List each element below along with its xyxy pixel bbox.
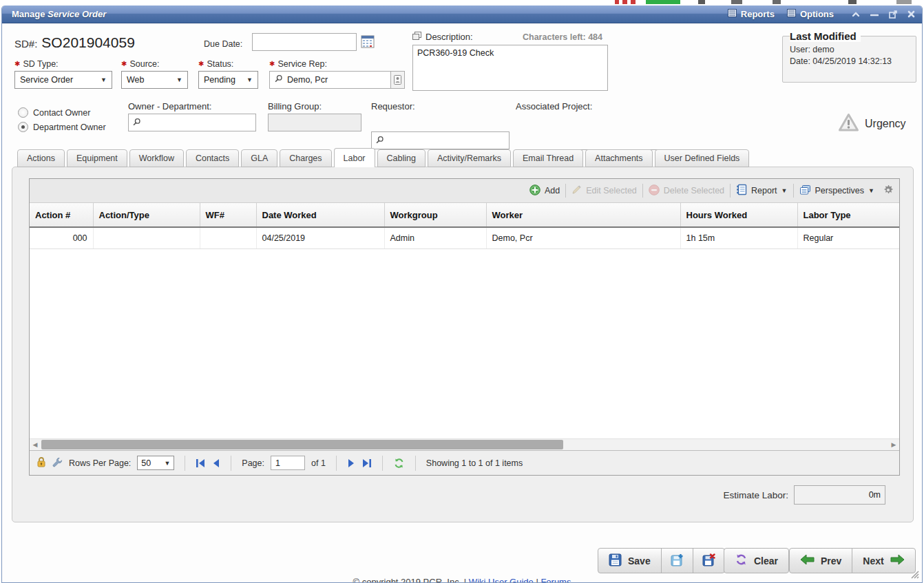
status-select[interactable]: Pending ▼ bbox=[198, 71, 258, 89]
add-button[interactable]: Add bbox=[529, 184, 560, 198]
pager-separator bbox=[231, 456, 231, 471]
contact-owner-label: Contact Owner bbox=[33, 108, 90, 118]
pager-separator bbox=[415, 456, 416, 471]
prev-page-button[interactable] bbox=[212, 458, 220, 468]
column-header-worker[interactable]: Worker bbox=[486, 203, 680, 227]
service-rep-field[interactable]: Demo, Pcr bbox=[269, 71, 405, 89]
department-owner-radio[interactable]: Department Owner bbox=[18, 122, 106, 132]
wiki-user-guide-link[interactable]: Wiki User Guide bbox=[469, 577, 534, 583]
horizontal-scrollbar[interactable]: ◀ ▶ bbox=[30, 438, 899, 450]
table-row[interactable]: 000 04/25/2019 Admin Demo, Pcr 1h 15m Re… bbox=[30, 227, 899, 249]
toolbar-separator bbox=[730, 184, 731, 198]
sd-type-label: SD Type: bbox=[23, 59, 58, 69]
collapse-icon[interactable] bbox=[852, 12, 860, 17]
save-and-new-button[interactable] bbox=[661, 548, 693, 573]
tab-actions[interactable]: Actions bbox=[17, 149, 65, 167]
due-date-input[interactable] bbox=[252, 33, 357, 51]
column-header-workgroup[interactable]: Workgroup bbox=[384, 203, 486, 227]
contact-owner-radio[interactable]: Contact Owner bbox=[18, 107, 90, 118]
gear-icon[interactable] bbox=[883, 184, 894, 198]
tab-charges[interactable]: Charges bbox=[280, 149, 331, 167]
column-header-date-worked[interactable]: Date Worked bbox=[256, 203, 384, 227]
last-modified-user: User: demo bbox=[790, 45, 909, 54]
contact-lookup-icon[interactable] bbox=[391, 71, 405, 89]
sd-number-label: SD#: bbox=[14, 38, 37, 50]
last-modified-date: Date: 04/25/2019 14:32:13 bbox=[790, 56, 909, 66]
search-icon bbox=[274, 74, 283, 85]
popout-icon[interactable] bbox=[889, 10, 897, 19]
next-page-button[interactable] bbox=[347, 458, 355, 468]
labor-table: Action # Action/Type WF# Date Worked Wor… bbox=[30, 203, 899, 249]
sd-type-select[interactable]: Service Order ▼ bbox=[14, 71, 112, 89]
cell-labor-type: Regular bbox=[797, 227, 899, 249]
last-modified-box: Last Modified User: demo Date: 04/25/201… bbox=[782, 30, 916, 83]
source-select[interactable]: Web ▼ bbox=[121, 71, 188, 89]
column-header-labor-type[interactable]: Labor Type bbox=[797, 203, 899, 227]
expand-description-icon[interactable] bbox=[412, 32, 421, 42]
close-icon[interactable] bbox=[907, 10, 915, 18]
tab-gla[interactable]: GLA bbox=[241, 149, 277, 167]
footer-button-bar: Save Clear Prev Next bbox=[2, 548, 923, 575]
first-page-button[interactable] bbox=[196, 458, 206, 468]
page-input[interactable] bbox=[271, 456, 305, 470]
save-and-close-icon bbox=[702, 553, 715, 569]
urgency-indicator[interactable]: Urgency bbox=[838, 113, 906, 134]
cell-date-worked: 04/25/2019 bbox=[256, 227, 384, 249]
clear-button[interactable]: Clear bbox=[724, 548, 789, 573]
report-menu-button[interactable]: Report ▼ bbox=[736, 184, 787, 198]
background-page-sliver bbox=[698, 0, 705, 4]
rows-per-page-select[interactable]: 50 ▼ bbox=[137, 456, 174, 470]
lock-icon[interactable] bbox=[36, 456, 46, 469]
column-header-action-type[interactable]: Action/Type bbox=[93, 203, 200, 227]
tab-equipment[interactable]: Equipment bbox=[67, 149, 127, 167]
column-header-wf-number[interactable]: WF# bbox=[200, 203, 256, 227]
pager-separator bbox=[336, 456, 337, 471]
required-icon: ✱ bbox=[269, 60, 275, 67]
save-button[interactable]: Save bbox=[598, 548, 662, 573]
tab-email-thread[interactable]: Email Thread bbox=[513, 149, 583, 167]
tab-contacts[interactable]: Contacts bbox=[186, 149, 239, 167]
grid-pager: Rows Per Page: 50 ▼ Page: of 1 Showing bbox=[30, 450, 899, 475]
scroll-right-icon[interactable]: ▶ bbox=[888, 439, 899, 450]
background-page-sliver bbox=[773, 0, 781, 4]
tab-user-defined-fields[interactable]: User Defined Fields bbox=[655, 149, 750, 167]
calendar-icon[interactable] bbox=[361, 34, 375, 50]
last-modified-title: Last Modified bbox=[790, 30, 861, 42]
wrench-icon[interactable] bbox=[52, 457, 63, 469]
billing-group-label: Billing Group: bbox=[268, 101, 322, 112]
background-page-sliver bbox=[896, 0, 912, 4]
save-and-close-button[interactable] bbox=[693, 548, 725, 573]
scrollbar-thumb[interactable] bbox=[41, 440, 563, 449]
forums-link[interactable]: Forums bbox=[540, 577, 571, 583]
refresh-icon[interactable] bbox=[393, 458, 405, 469]
background-page-sliver bbox=[622, 0, 627, 4]
service-rep-label: Service Rep: bbox=[277, 59, 327, 69]
clear-icon bbox=[735, 553, 748, 568]
minimize-icon[interactable] bbox=[870, 12, 879, 17]
delete-selected-button[interactable]: Delete Selected bbox=[649, 184, 724, 198]
owner-department-input[interactable] bbox=[128, 114, 256, 131]
options-menu[interactable]: Options bbox=[787, 9, 834, 19]
background-page-sliver bbox=[615, 0, 619, 4]
description-textarea[interactable]: PCR360-919 Check bbox=[412, 45, 608, 91]
reports-menu[interactable]: Reports bbox=[728, 9, 775, 19]
tab-attachments[interactable]: Attachments bbox=[585, 149, 652, 167]
scroll-left-icon[interactable]: ◀ bbox=[30, 439, 41, 450]
window-title: Manage Service Order bbox=[12, 9, 106, 19]
column-header-hours-worked[interactable]: Hours Worked bbox=[680, 203, 797, 227]
service-rep-value: Demo, Pcr bbox=[287, 75, 328, 85]
requestor-input[interactable] bbox=[371, 131, 510, 149]
copyright-text: © copyright 2019 PCR, Inc. bbox=[353, 577, 462, 583]
department-owner-label: Department Owner bbox=[33, 123, 106, 132]
next-button[interactable]: Next bbox=[852, 548, 915, 573]
prev-button[interactable]: Prev bbox=[789, 548, 852, 573]
estimate-labor-input[interactable] bbox=[794, 485, 885, 505]
tab-labor[interactable]: Labor bbox=[334, 148, 375, 167]
tab-cabling[interactable]: Cabling bbox=[377, 149, 426, 167]
perspectives-menu-button[interactable]: Perspectives ▼ bbox=[799, 184, 874, 198]
last-page-button[interactable] bbox=[361, 458, 372, 468]
tab-activity-remarks[interactable]: Activity/Remarks bbox=[428, 149, 511, 167]
tab-workflow[interactable]: Workflow bbox=[129, 149, 184, 167]
column-header-action-number[interactable]: Action # bbox=[30, 203, 93, 227]
edit-selected-button[interactable]: Edit Selected bbox=[571, 184, 637, 197]
